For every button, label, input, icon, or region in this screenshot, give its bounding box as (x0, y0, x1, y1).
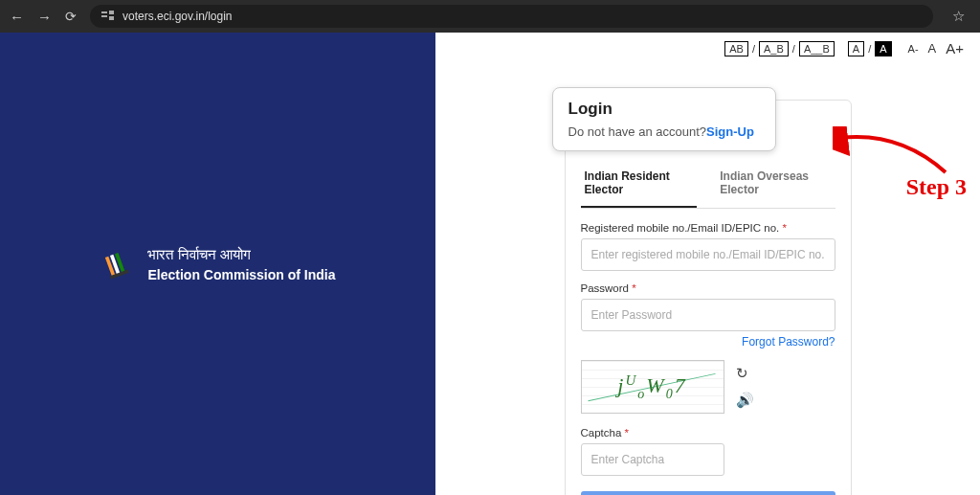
captcha-row: jUoW07 ↻ 🔊 (581, 360, 835, 414)
tutorial-annotation: Step 3 (833, 126, 967, 188)
tab-overseas[interactable]: Indian Overseas Elector (716, 160, 835, 208)
request-otp-button[interactable]: Request OTP (581, 491, 835, 495)
page-body: भारत निर्वाचन आयोग Election Commission o… (0, 33, 980, 495)
font-normal[interactable]: A (925, 41, 940, 56)
site-controls-icon[interactable] (101, 10, 115, 23)
contrast-a-b[interactable]: A_B (759, 41, 789, 56)
signup-prompt: Do not have an account?Sign-Up (568, 124, 760, 139)
content-panel: AB / A_B / A__B A / A A- A A+ Login Do n… (435, 33, 980, 495)
login-title: Login (568, 100, 760, 119)
accessibility-bar: AB / A_B / A__B A / A A- A A+ (724, 40, 967, 56)
eci-logo-icon (100, 247, 134, 281)
password-label: Password * (581, 282, 835, 294)
password-input[interactable] (581, 299, 835, 331)
svg-rect-0 (101, 11, 107, 13)
mobile-input[interactable] (581, 238, 835, 271)
captcha-label: Captcha * (581, 427, 835, 439)
svg-rect-2 (109, 11, 114, 14)
captcha-refresh-icon[interactable]: ↻ (736, 365, 754, 382)
mobile-label: Registered mobile no./Email ID/EPIC no. … (581, 222, 835, 234)
bookmark-star-icon[interactable]: ☆ (947, 8, 970, 25)
contrast-ab[interactable]: AB (724, 41, 748, 56)
brand-panel: भारत निर्वाचन आयोग Election Commission o… (0, 33, 435, 495)
theme-light[interactable]: A (848, 41, 864, 56)
brand-hindi: भारत निर्वाचन आयोग (147, 246, 335, 263)
signup-link[interactable]: Sign-Up (706, 124, 754, 139)
font-increase[interactable]: A+ (943, 40, 967, 56)
back-button[interactable]: ← (10, 9, 24, 25)
reload-button[interactable]: ⟳ (65, 9, 77, 24)
contrast-a--b[interactable]: A__B (799, 41, 835, 56)
brand-english: Election Commission of India (147, 267, 335, 282)
svg-rect-1 (101, 15, 107, 17)
font-decrease[interactable]: A- (905, 43, 922, 55)
step-label: Step 3 (906, 174, 967, 200)
login-header: Login Do not have an account?Sign-Up (552, 87, 776, 151)
captcha-input[interactable] (581, 443, 724, 476)
url-text: voters.eci.gov.in/login (122, 10, 922, 23)
tab-resident[interactable]: Indian Resident Elector (581, 160, 697, 208)
login-card: Login Do not have an account?Sign-Up Ind… (565, 100, 852, 495)
elector-tabs: Indian Resident Elector Indian Overseas … (581, 160, 835, 209)
forward-button[interactable]: → (37, 9, 52, 25)
forgot-password-link[interactable]: Forgot Password? (581, 335, 835, 349)
logo-block: भारत निर्वाचन आयोग Election Commission o… (100, 246, 335, 282)
captcha-audio-icon[interactable]: 🔊 (736, 392, 754, 409)
theme-dark[interactable]: A (875, 41, 891, 56)
svg-rect-3 (109, 16, 114, 20)
browser-toolbar: ← → ⟳ voters.eci.gov.in/login ☆ (0, 0, 980, 33)
login-form: Registered mobile no./Email ID/EPIC no. … (581, 209, 835, 495)
address-bar[interactable]: voters.eci.gov.in/login (90, 5, 933, 28)
captcha-image: jUoW07 (581, 360, 724, 414)
